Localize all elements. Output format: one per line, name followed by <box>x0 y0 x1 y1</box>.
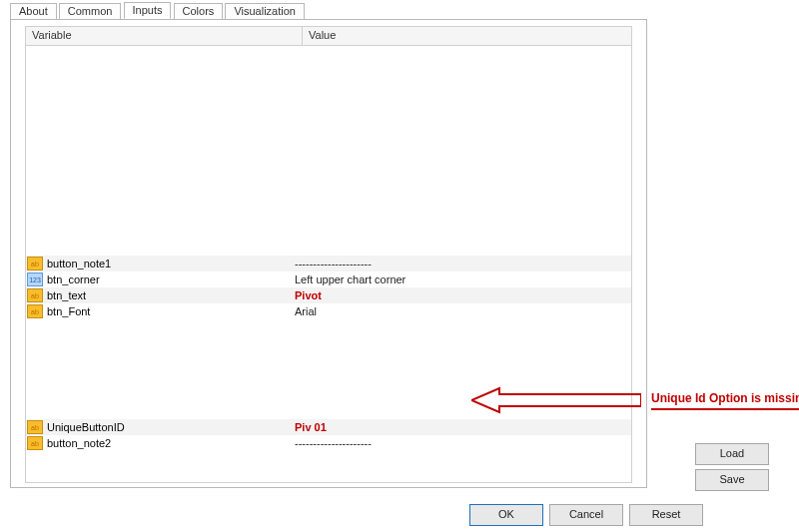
var-name: btn_Font <box>47 305 90 317</box>
var-name: button_note2 <box>47 437 111 449</box>
var-name: btn_corner <box>47 273 100 285</box>
header-variable: Variable <box>26 27 303 45</box>
rows-group-upper: abbutton_note1 --------------------- 123… <box>26 256 631 319</box>
var-value[interactable]: --------------------- <box>291 258 631 269</box>
var-name: button_note1 <box>47 258 111 269</box>
inputs-panel: Variable Value abbutton_note1 ----------… <box>10 19 647 488</box>
tab-about[interactable]: About <box>10 3 57 19</box>
string-icon: ab <box>27 436 43 450</box>
tab-strip: About Common Inputs Colors Visualization <box>10 2 304 20</box>
blank-area <box>26 46 631 256</box>
load-button[interactable]: Load <box>695 443 769 465</box>
var-name: UniqueButtonID <box>47 421 125 433</box>
property-row[interactable]: abbtn_Font Arial <box>26 303 631 319</box>
var-name: btn_text <box>47 289 86 301</box>
var-value[interactable]: Left upper chart corner <box>291 273 631 285</box>
save-button[interactable]: Save <box>695 469 769 491</box>
var-value[interactable]: Pivot <box>291 289 631 301</box>
enum-icon: 123 <box>27 272 43 286</box>
property-row[interactable]: abbutton_note1 --------------------- <box>26 256 631 271</box>
property-row[interactable]: abUniqueButtonID Piv 01 <box>26 419 631 435</box>
tab-visualization[interactable]: Visualization <box>225 3 305 19</box>
annotation-text: Unique Id Option is missing <box>651 391 799 405</box>
var-value[interactable]: --------------------- <box>291 437 631 449</box>
property-row[interactable]: abbtn_text Pivot <box>26 287 631 303</box>
cancel-button[interactable]: Cancel <box>549 504 623 526</box>
property-header: Variable Value <box>26 27 631 46</box>
property-row[interactable]: abbutton_note2 --------------------- <box>26 435 631 451</box>
var-value[interactable]: Arial <box>291 305 631 317</box>
tab-common[interactable]: Common <box>59 3 122 19</box>
reset-button[interactable]: Reset <box>629 504 703 526</box>
string-icon: ab <box>27 257 43 270</box>
tab-colors[interactable]: Colors <box>174 3 224 19</box>
tab-inputs[interactable]: Inputs <box>124 2 172 19</box>
var-value[interactable]: Piv 01 <box>291 421 631 433</box>
annotation-underline <box>651 408 799 410</box>
side-button-group: Load Save <box>695 443 769 495</box>
bottom-button-group: OK Cancel Reset <box>469 504 703 526</box>
string-icon: ab <box>27 304 43 318</box>
string-icon: ab <box>27 288 43 302</box>
string-icon: ab <box>27 420 43 434</box>
property-row[interactable]: 123btn_corner Left upper chart corner <box>26 271 631 287</box>
ok-button[interactable]: OK <box>469 504 543 526</box>
property-list[interactable]: Variable Value abbutton_note1 ----------… <box>25 26 632 483</box>
rows-group-lower: abUniqueButtonID Piv 01 abbutton_note2 -… <box>26 419 631 451</box>
dialog-window: About Common Inputs Colors Visualization… <box>0 0 799 532</box>
header-value: Value <box>303 27 631 45</box>
blank-area-mid <box>26 319 631 419</box>
property-body: abbutton_note1 --------------------- 123… <box>26 46 631 483</box>
